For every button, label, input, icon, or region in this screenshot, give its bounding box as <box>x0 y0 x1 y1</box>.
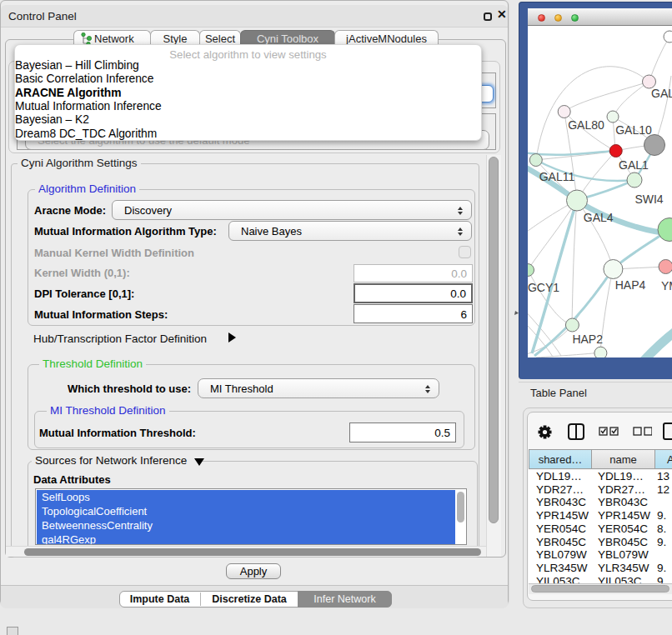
svg-text:HAP2: HAP2 <box>572 332 603 346</box>
svg-text:YM: YM <box>661 279 672 292</box>
svg-text:GAL11: GAL11 <box>539 170 575 183</box>
svg-text:HAP4: HAP4 <box>615 278 646 292</box>
svg-text:GAL80: GAL80 <box>568 118 604 132</box>
svg-text:GAL7: GAL7 <box>651 87 672 100</box>
svg-text:GAL10: GAL10 <box>615 123 652 137</box>
svg-text:SWI4: SWI4 <box>634 192 663 206</box>
svg-text:GAL4: GAL4 <box>584 211 614 224</box>
svg-text:GAL1: GAL1 <box>619 158 649 172</box>
svg-text:GCY1: GCY1 <box>528 281 559 294</box>
